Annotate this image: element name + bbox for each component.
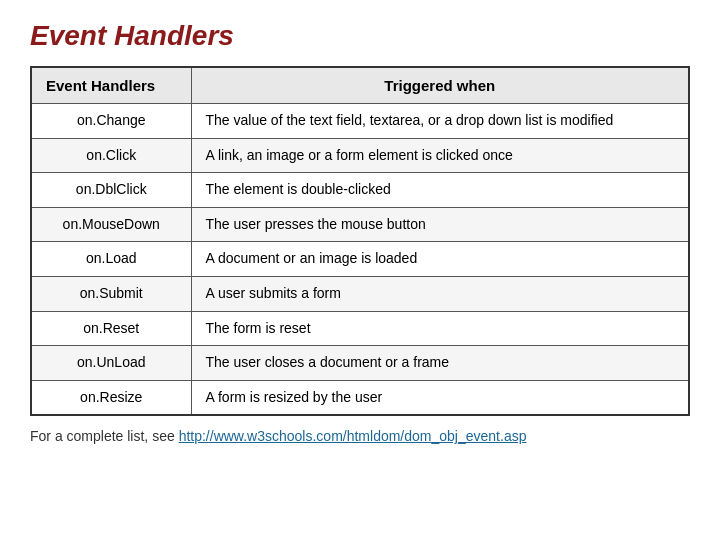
handler-description: A document or an image is loaded: [191, 242, 689, 277]
table-row: on.ResetThe form is reset: [31, 311, 689, 346]
table-row: on.DblClickThe element is double-clicked: [31, 173, 689, 208]
handler-name: on.Change: [31, 104, 191, 139]
handler-description: A form is resized by the user: [191, 380, 689, 415]
footer-note: For a complete list, see http://www.w3sc…: [30, 428, 690, 444]
handler-description: A user submits a form: [191, 276, 689, 311]
table-row: on.UnLoadThe user closes a document or a…: [31, 346, 689, 381]
table-row: on.ChangeThe value of the text field, te…: [31, 104, 689, 139]
handler-name: on.DblClick: [31, 173, 191, 208]
table-header-row: Event Handlers Triggered when: [31, 67, 689, 104]
page-title: Event Handlers: [30, 20, 690, 52]
table-row: on.SubmitA user submits a form: [31, 276, 689, 311]
handler-name: on.Reset: [31, 311, 191, 346]
table-row: on.ResizeA form is resized by the user: [31, 380, 689, 415]
handler-description: The user closes a document or a frame: [191, 346, 689, 381]
handler-name: on.MouseDown: [31, 207, 191, 242]
table-row: on.MouseDownThe user presses the mouse b…: [31, 207, 689, 242]
col1-header: Event Handlers: [31, 67, 191, 104]
handler-name: on.Submit: [31, 276, 191, 311]
handler-name: on.Click: [31, 138, 191, 173]
handler-description: The form is reset: [191, 311, 689, 346]
handler-description: The element is double-clicked: [191, 173, 689, 208]
handler-name: on.UnLoad: [31, 346, 191, 381]
handler-name: on.Load: [31, 242, 191, 277]
table-row: on.ClickA link, an image or a form eleme…: [31, 138, 689, 173]
footer-link[interactable]: http://www.w3schools.com/htmldom/dom_obj…: [179, 428, 527, 444]
footer-text-prefix: For a complete list, see: [30, 428, 179, 444]
handler-description: The value of the text field, textarea, o…: [191, 104, 689, 139]
table-row: on.LoadA document or an image is loaded: [31, 242, 689, 277]
col2-header: Triggered when: [191, 67, 689, 104]
handler-description: A link, an image or a form element is cl…: [191, 138, 689, 173]
event-handlers-table: Event Handlers Triggered when on.ChangeT…: [30, 66, 690, 416]
handler-name: on.Resize: [31, 380, 191, 415]
handler-description: The user presses the mouse button: [191, 207, 689, 242]
